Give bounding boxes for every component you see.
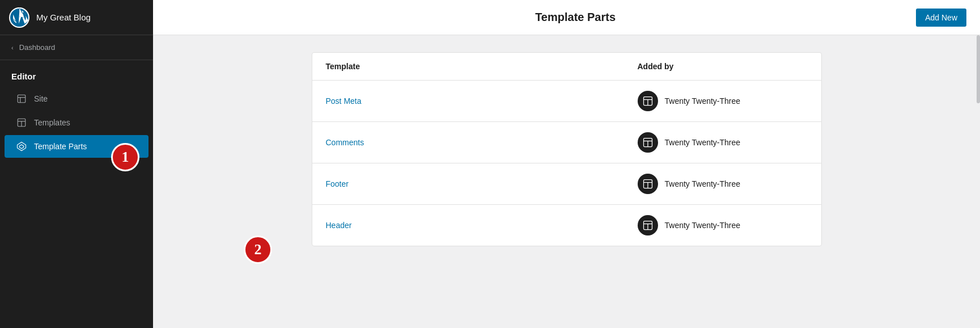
back-arrow-icon: ‹ [11,44,14,51]
sidebar-item-site-label: Site [34,94,48,103]
template-name-cell: Post Meta [326,96,638,106]
sidebar-item-template-parts-label: Template Parts [34,142,87,151]
template-link-comments[interactable]: Comments [326,138,364,147]
template-name-cell: Header [326,220,638,230]
sidebar-header: My Great Blog [0,0,153,35]
top-bar: Template Parts Add New [153,0,980,35]
table-row: Header Twenty Twenty-Three [312,205,821,246]
template-name-cell: Comments [326,137,638,148]
template-parts-icon [16,141,27,152]
col-template-header: Template [326,62,638,71]
template-parts-table: Template Added by Post Meta Tw [312,52,822,246]
add-new-button[interactable]: Add New [916,9,966,27]
theme-icon [638,91,658,111]
sidebar-item-templates-label: Templates [34,118,70,127]
sidebar-item-site[interactable]: Site [5,87,149,110]
main-content: Template Parts Add New Template Added by… [153,0,980,328]
content-area: Template Added by Post Meta Tw [153,35,980,328]
col-added-by-header: Added by [638,62,808,71]
sidebar-dashboard-link[interactable]: ‹ Dashboard [0,35,153,60]
template-link-post-meta[interactable]: Post Meta [326,96,362,106]
page-title: Template Parts [235,11,916,24]
sidebar: My Great Blog ‹ Dashboard Editor Site Te… [0,0,153,328]
theme-icon [638,174,658,194]
added-by-cell: Twenty Twenty-Three [638,91,808,111]
editor-section-label: Editor [0,60,153,87]
theme-name: Twenty Twenty-Three [665,138,741,147]
added-by-cell: Twenty Twenty-Three [638,215,808,236]
scrollbar-thumb [977,35,980,103]
theme-icon [638,215,658,236]
sidebar-item-template-parts[interactable]: Template Parts [5,135,149,158]
svg-marker-7 [18,142,26,151]
table-row: Comments Twenty Twenty-Three [312,122,821,163]
home-icon [16,93,27,104]
templates-icon [16,117,27,128]
table-row: Post Meta Twenty Twenty-Three [312,81,821,122]
table-header: Template Added by [312,53,821,81]
template-name-cell: Footer [326,179,638,189]
theme-name: Twenty Twenty-Three [665,221,741,230]
scrollbar[interactable] [977,35,980,328]
theme-icon [638,132,658,153]
site-title: My Great Blog [36,12,91,22]
svg-rect-1 [18,95,26,103]
template-link-footer[interactable]: Footer [326,179,349,188]
theme-name: Twenty Twenty-Three [665,96,741,106]
sidebar-item-templates[interactable]: Templates [5,111,149,134]
added-by-cell: Twenty Twenty-Three [638,174,808,194]
dashboard-label: Dashboard [19,43,56,52]
wordpress-logo-icon [9,7,29,28]
added-by-cell: Twenty Twenty-Three [638,132,808,153]
template-link-header[interactable]: Header [326,221,352,230]
theme-name: Twenty Twenty-Three [665,179,741,188]
svg-marker-8 [19,145,24,149]
table-row: Footer Twenty Twenty-Three [312,163,821,205]
